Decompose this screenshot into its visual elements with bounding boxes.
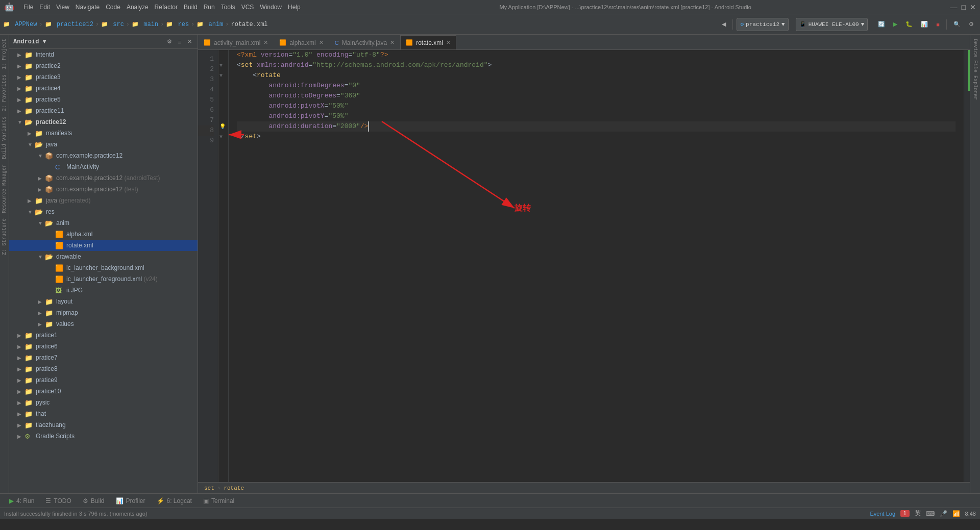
code-content[interactable]: <?xml version="1.0" encoding="utf-8"?> <…: [229, 50, 964, 482]
tab-close-alpha[interactable]: ✕: [319, 39, 324, 46]
tree-item-java-generated[interactable]: ▶ 📁 java (generated): [9, 195, 198, 206]
device-dropdown[interactable]: ⚙ practice12 ▼: [737, 18, 788, 31]
tree-item-practice3[interactable]: ▶ 📁 practice3: [9, 71, 198, 83]
tab-close-rotate[interactable]: ✕: [446, 39, 451, 46]
tree-item-tiaozhuang[interactable]: ▶ 📁 tiaozhuang: [9, 419, 198, 431]
bottom-tab-terminal[interactable]: ▣ Terminal: [198, 495, 239, 507]
bottom-tab-todo[interactable]: ☰ TODO: [40, 495, 76, 507]
menu-navigate[interactable]: Navigate: [76, 4, 100, 11]
menu-view[interactable]: View: [56, 4, 69, 11]
menu-edit[interactable]: Edit: [39, 4, 50, 11]
tree-collapse-button[interactable]: ≡: [177, 35, 183, 49]
coverage-button[interactable]: 📊: [918, 17, 931, 32]
code-editor[interactable]: 1 2 3 4 5 6 7 8 9 ▼ ▼ 💡 ▼: [198, 50, 970, 482]
menu-help[interactable]: Help: [288, 4, 301, 11]
tree-item-test[interactable]: ▶ 📦 com.example.practice12 (test): [9, 184, 198, 195]
event-log-link[interactable]: Event Log: [870, 511, 895, 517]
tree-item-practice2[interactable]: ▶ 📁 practice2: [9, 60, 198, 71]
tree-item-pysic[interactable]: ▶ 📁 pysic: [9, 397, 198, 408]
panel-project[interactable]: 1: Project: [1, 37, 8, 71]
panel-structure[interactable]: Z: Structure: [1, 216, 8, 257]
tree-item-values[interactable]: ▶ 📁 values: [9, 318, 198, 330]
stop-button[interactable]: ■: [933, 17, 943, 32]
tree-item-pratice9[interactable]: ▶ 📁 pratice9: [9, 374, 198, 386]
run-button[interactable]: ▶: [890, 17, 900, 32]
menu-refactor[interactable]: Refactor: [155, 4, 178, 11]
breadcrumb-main[interactable]: 📁 main: [132, 21, 158, 28]
tree-item-practice5[interactable]: ▶ 📁 practice5: [9, 94, 198, 105]
bottom-tab-logcat[interactable]: ⚡ 6: Logcat: [152, 495, 197, 507]
tree-settings-button[interactable]: ⚙: [165, 35, 174, 49]
tree-item-mainactivity[interactable]: ▶ C MainActivity: [9, 161, 198, 172]
close-button[interactable]: ✕: [970, 3, 976, 11]
breadcrumb-anim[interactable]: 📁 anim: [197, 21, 223, 28]
tab-activity-main[interactable]: 🟧 activity_main.xml ✕: [198, 35, 274, 49]
tree-item-ic-launcher-foreground[interactable]: ▶ 🟧 ic_launcher_foreground.xml (v24): [9, 273, 198, 285]
settings-button[interactable]: ⚙: [966, 17, 977, 32]
panel-resource-manager[interactable]: Resource Manager: [1, 162, 8, 215]
tree-item-intentd[interactable]: ▶ 📁 intentd: [9, 49, 198, 60]
tab-close-activity-main[interactable]: ✕: [263, 39, 268, 46]
tree-item-ii-jpg[interactable]: ▶ 🖼 ii.JPG: [9, 285, 198, 296]
tab-rotate[interactable]: 🟧 rotate.xml ✕: [400, 35, 456, 49]
breadcrumb-set[interactable]: set: [204, 485, 214, 491]
tab-close-mainactivity[interactable]: ✕: [390, 39, 395, 46]
tree-item-pratice1[interactable]: ▶ 📁 pratice1: [9, 330, 198, 341]
menu-build[interactable]: Build: [184, 4, 198, 11]
tree-item-drawable[interactable]: ▼ 📂 drawable: [9, 251, 198, 262]
tree-close-button[interactable]: ✕: [186, 35, 193, 49]
tree-item-com-example[interactable]: ▼ 📦 com.example.practice12: [9, 150, 198, 161]
terminal-tab-icon: ▣: [203, 497, 209, 504]
tree-item-alpha-xml[interactable]: ▶ 🟧 alpha.xml: [9, 229, 198, 240]
menu-window[interactable]: Window: [260, 4, 282, 11]
tab-mainactivity[interactable]: C MainActivity.java ✕: [329, 35, 400, 49]
menu-tools[interactable]: Tools: [221, 4, 235, 11]
tree-item-pratice6[interactable]: ▶ 📁 pratice6: [9, 341, 198, 352]
panel-device-file-explorer[interactable]: Device File Explorer: [971, 37, 979, 102]
sync-button[interactable]: 🔄: [875, 17, 888, 32]
code-line-7: android:pivotY="50%": [237, 111, 955, 121]
tree-item-layout[interactable]: ▶ 📁 layout: [9, 296, 198, 307]
device-model-dropdown[interactable]: 📱 HUAWEI ELE-AL00 ▼: [796, 18, 868, 31]
panel-build-variants[interactable]: Build Variants: [1, 114, 8, 161]
fold-line9: ▼: [219, 132, 223, 142]
toolbar-back-button[interactable]: ◀: [719, 17, 729, 32]
breadcrumb-src[interactable]: 📁 src: [101, 21, 124, 28]
tree-item-androidtest[interactable]: ▶ 📦 com.example.practice12 (androidTest): [9, 172, 198, 184]
breadcrumb-file[interactable]: rotate.xml: [231, 21, 268, 28]
tree-item-mipmap[interactable]: ▶ 📁 mipmap: [9, 307, 198, 318]
bottom-tab-profiler[interactable]: 📊 Profiler: [111, 495, 151, 507]
fold-line2: ▼: [219, 60, 223, 70]
tab-alpha[interactable]: 🟧 alpha.xml ✕: [274, 35, 329, 49]
tree-item-java[interactable]: ▼ 📂 java: [9, 139, 198, 150]
tree-item-practice4[interactable]: ▶ 📁 practice4: [9, 83, 198, 94]
tree-item-pratice10[interactable]: ▶ 📁 pratice10: [9, 386, 198, 397]
tree-item-that[interactable]: ▶ 📁 that: [9, 408, 198, 419]
menu-run[interactable]: Run: [204, 4, 215, 11]
debug-button[interactable]: 🐛: [902, 17, 916, 32]
tree-item-ic-launcher-background[interactable]: ▶ 🟧 ic_launcher_background.xml: [9, 262, 198, 273]
tree-item-pratice8[interactable]: ▶ 📁 pratice8: [9, 363, 198, 374]
maximize-button[interactable]: □: [962, 3, 966, 11]
tree-item-practice12[interactable]: ▼ 📂 practice12: [9, 116, 198, 128]
tree-item-res[interactable]: ▼ 📂 res: [9, 206, 198, 217]
menu-code[interactable]: Code: [106, 4, 120, 11]
tree-item-gradle-scripts[interactable]: ▶ ⚙ Gradle Scripts: [9, 431, 198, 442]
bottom-tab-run[interactable]: ▶ 4: Run: [4, 495, 39, 507]
menu-file[interactable]: File: [23, 4, 33, 11]
breadcrumb-res[interactable]: 📁 res: [166, 21, 189, 28]
breadcrumb-appnew[interactable]: 📁 APPNew: [3, 21, 37, 28]
minimize-button[interactable]: —: [950, 3, 958, 11]
bottom-tab-build[interactable]: ⚙ Build: [78, 495, 110, 507]
breadcrumb-rotate[interactable]: rotate: [224, 485, 244, 491]
search-everywhere-button[interactable]: 🔍: [950, 17, 964, 32]
menu-analyze[interactable]: Analyze: [127, 4, 149, 11]
menu-vcs[interactable]: VCS: [241, 4, 254, 11]
tree-item-anim[interactable]: ▼ 📂 anim: [9, 217, 198, 229]
tree-item-pratice7[interactable]: ▶ 📁 pratice7: [9, 352, 198, 363]
breadcrumb-practice12[interactable]: 📁 practice12: [45, 21, 93, 28]
panel-favorites[interactable]: 2: Favorites: [1, 72, 8, 113]
tree-item-practice11[interactable]: ▶ 📁 practice11: [9, 105, 198, 116]
tree-item-manifests[interactable]: ▶ 📁 manifests: [9, 128, 198, 139]
tree-item-rotate-xml[interactable]: ▶ 🟧 rotate.xml: [9, 240, 198, 251]
